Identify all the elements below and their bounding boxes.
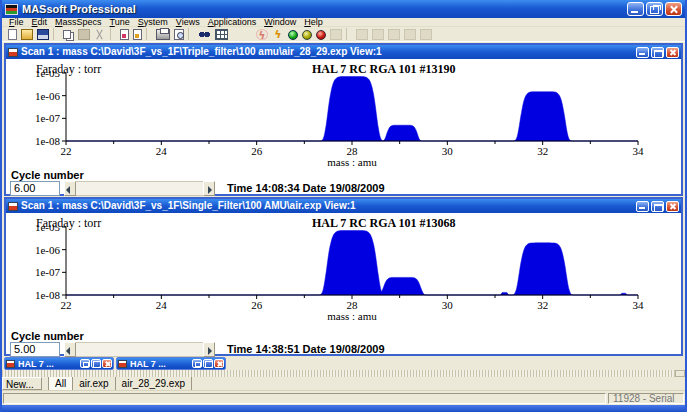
scan1-cycle-label: Cycle number	[11, 169, 84, 181]
filament-off-icon[interactable]	[316, 30, 326, 40]
import-document-icon[interactable]	[133, 29, 142, 40]
scan1-cycle-scroll-right-button[interactable]	[203, 181, 215, 196]
histogram-icon[interactable]	[356, 29, 368, 40]
scan1-cycle-value-input[interactable]: 6.00	[10, 181, 60, 196]
title-bar[interactable]: MASsoft Professional	[2, 0, 685, 18]
open-file-icon[interactable]	[21, 29, 33, 40]
start-scan-icon[interactable]: ϟ	[272, 29, 284, 40]
menu-views[interactable]: Views	[172, 18, 204, 27]
status-message-panel	[3, 393, 606, 404]
minimized-window-2-maximize-button[interactable]	[203, 359, 213, 368]
new-document-icon[interactable]	[8, 29, 17, 40]
tab-air-28-29-exp[interactable]: air_28_29.exp	[116, 377, 192, 390]
cut-icon[interactable]	[94, 29, 106, 40]
scan1-cycle-scrollbar-track[interactable]	[76, 181, 203, 196]
toolbar: ϟϟ	[2, 27, 685, 42]
scan1-maximize-button[interactable]	[651, 47, 664, 58]
menu-massspecs[interactable]: MassSpecs	[51, 18, 106, 27]
delete-icon[interactable]	[420, 29, 432, 40]
minimized-window-1-label: HAL 7 ...	[18, 359, 79, 369]
svg-text:1e-08: 1e-08	[35, 135, 61, 147]
minimized-window-1-maximize-button[interactable]	[91, 359, 101, 368]
scan2-title-bar[interactable]: Scan 1 : mass C:\David\3F_vs_1F\Single_F…	[6, 199, 681, 213]
svg-text:1e-05: 1e-05	[35, 71, 61, 79]
menu-help[interactable]: Help	[300, 18, 327, 27]
minimize-button[interactable]	[627, 2, 644, 16]
minimized-window-1-restore-button[interactable]	[80, 359, 90, 368]
close-button[interactable]	[665, 2, 682, 16]
minimized-window-2-close-button[interactable]	[214, 359, 224, 368]
mdi-horizontal-scrollbar[interactable]	[2, 370, 685, 377]
new-experiment-button[interactable]: New...	[2, 377, 42, 390]
svg-text:30: 30	[442, 299, 454, 311]
scan2-minimize-button[interactable]	[636, 201, 649, 212]
filament-standby-icon[interactable]	[302, 30, 312, 40]
status-device-panel: 11928 - Serial	[608, 393, 684, 404]
paste-icon[interactable]	[78, 29, 90, 40]
export-document-icon[interactable]	[120, 29, 129, 40]
svg-text:34: 34	[633, 299, 645, 311]
scan-table-icon[interactable]	[215, 29, 228, 40]
find-icon[interactable]	[198, 29, 211, 40]
svg-text:1e-08: 1e-08	[35, 289, 61, 301]
scan-window-icon	[6, 360, 15, 368]
scan2-cycle-scrollbar-track[interactable]	[76, 342, 203, 357]
menu-system[interactable]: System	[134, 18, 172, 27]
scan2-close-button[interactable]	[666, 201, 679, 212]
menu-bar: File Edit MassSpecs Tune System Views Ap…	[2, 18, 685, 27]
scan-window-icon	[8, 48, 18, 57]
svg-text:1e-05: 1e-05	[35, 225, 61, 233]
scan2-cycle-value-input[interactable]: 5.00	[10, 342, 60, 357]
status-bar: 11928 - Serial	[2, 392, 685, 405]
filament-on-icon[interactable]	[288, 30, 298, 40]
menu-applications[interactable]: Applications	[204, 18, 261, 27]
menu-edit[interactable]: Edit	[28, 18, 52, 27]
svg-text:24: 24	[156, 299, 168, 311]
scan1-title-bar[interactable]: Scan 1 : mass C:\David\3F_vs_1F\Triple_f…	[6, 45, 681, 59]
print-preview-icon[interactable]	[174, 29, 184, 40]
minimized-window-1-close-button[interactable]	[102, 359, 112, 368]
scan1-cycle-scroll-left-button[interactable]	[64, 181, 76, 196]
scan1-spectrum-plot: 1e-051e-061e-071e-0822242628303234mass :…	[6, 71, 685, 167]
svg-text:24: 24	[156, 145, 168, 157]
scan-window-1: Scan 1 : mass C:\David\3F_vs_1F\Triple_f…	[4, 43, 683, 196]
svg-text:32: 32	[537, 145, 548, 157]
monitor-icon[interactable]	[330, 29, 342, 40]
minimized-window-2[interactable]: HAL 7 ...	[116, 357, 226, 370]
menu-tune[interactable]: Tune	[106, 18, 134, 27]
svg-text:32: 32	[537, 299, 548, 311]
scrollbar-right-arrow[interactable]	[675, 370, 685, 377]
copy-icon[interactable]	[63, 30, 71, 39]
window-bottom-border	[2, 405, 685, 412]
tab-air-exp[interactable]: air.exp	[73, 377, 115, 390]
undo-icon[interactable]	[372, 29, 384, 40]
minimized-window-1[interactable]: HAL 7 ...	[4, 357, 114, 370]
scan2-cycle-label: Cycle number	[11, 330, 84, 342]
toolbar-separator	[146, 28, 151, 40]
svg-text:26: 26	[251, 299, 263, 311]
scan2-cycle-scroll-left-button[interactable]	[64, 342, 76, 357]
refresh-icon[interactable]	[404, 29, 416, 40]
svg-text:mass : amu: mass : amu	[327, 310, 377, 321]
tab-all[interactable]: All	[48, 377, 73, 390]
scan1-close-button[interactable]	[666, 47, 679, 58]
scan2-cycle-scroll-right-button[interactable]	[203, 342, 215, 357]
scan2-timestamp: Time 14:38:51 Date 19/08/2009	[227, 342, 385, 357]
save-icon[interactable]	[37, 29, 49, 40]
restore-button[interactable]	[646, 2, 663, 16]
svg-text:22: 22	[61, 145, 72, 157]
scan1-timestamp: Time 14:08:34 Date 19/08/2009	[227, 181, 385, 196]
scan2-maximize-button[interactable]	[651, 201, 664, 212]
toolbar-separator	[110, 28, 115, 40]
scan2-spectrum-plot: 1e-051e-061e-071e-0822242628303234mass :…	[6, 225, 685, 321]
svg-text:1e-06: 1e-06	[35, 90, 61, 102]
menu-window[interactable]: Window	[260, 18, 300, 27]
hold-icon[interactable]	[388, 29, 400, 40]
scan1-minimize-button[interactable]	[636, 47, 649, 58]
menu-file[interactable]: File	[5, 18, 28, 27]
print-icon[interactable]	[156, 29, 170, 40]
abort-scan-icon[interactable]: ϟ	[256, 29, 268, 40]
app-icon	[5, 4, 18, 15]
minimized-window-2-restore-button[interactable]	[192, 359, 202, 368]
svg-text:34: 34	[633, 145, 645, 157]
